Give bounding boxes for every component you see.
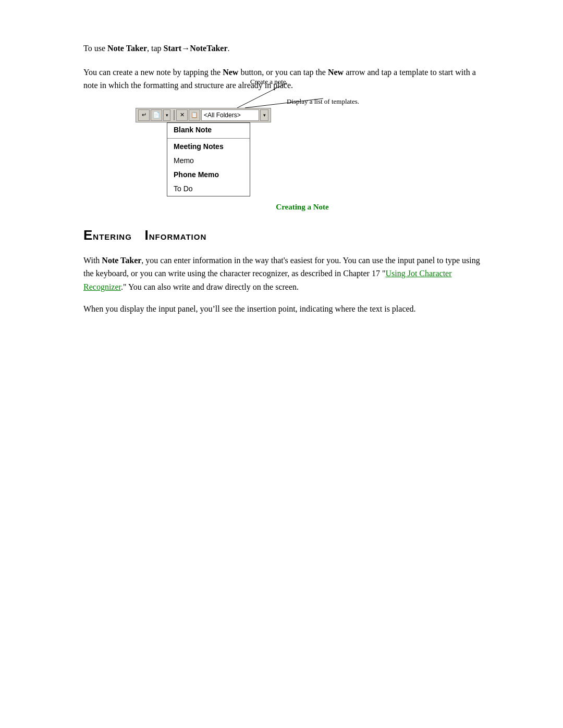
callout-display-templates: Display a list of templates. <box>287 97 359 106</box>
note-taker-bold-body: Note Taker <box>102 256 141 265</box>
section-heading: Entering Information <box>83 227 490 243</box>
start-bold: Start→NoteTaker <box>164 44 228 53</box>
menu-divider <box>167 138 250 139</box>
creating-note-caption: Creating a Note <box>115 203 490 212</box>
menu-item-meeting-notes[interactable]: Meeting Notes <box>167 140 250 154</box>
body-paragraph-1: With Note Taker, you can enter informati… <box>83 254 490 294</box>
heading-word-entering: Entering <box>83 227 132 243</box>
toolbar-separator-1 <box>174 110 175 120</box>
content-area: To use Note Taker, tap Start→NoteTaker. … <box>83 42 490 315</box>
menu-item-to-do[interactable]: To Do <box>167 182 250 196</box>
toolbar-btn-back[interactable]: ↵ <box>138 109 150 121</box>
intro-paragraph-1: To use Note Taker, tap Start→NoteTaker. <box>83 42 490 55</box>
note-taker-bold-1: Note Taker <box>107 44 147 53</box>
menu-item-memo[interactable]: Memo <box>167 154 250 168</box>
folder-label: <All Folders> <box>204 112 241 119</box>
diagram-wrapper: Create a note. Display a list of templat… <box>136 108 490 196</box>
new-bold-2: New <box>328 68 344 77</box>
menu-item-blank-note[interactable]: Blank Note <box>167 123 250 137</box>
body-paragraph-2: When you display the input panel, you’ll… <box>83 302 490 316</box>
dropdown-menu: Blank Note Meeting Notes Memo Phone Memo… <box>167 122 250 196</box>
toolbar-folder-select[interactable]: <All Folders> <box>201 109 259 121</box>
heading-word-information: Information <box>145 227 207 243</box>
toolbar-folder-arrow[interactable]: ▾ <box>260 109 268 121</box>
toolbar-btn-new-note[interactable]: 📄 <box>151 109 162 121</box>
menu-item-phone-memo[interactable]: Phone Memo <box>167 168 250 182</box>
jot-link[interactable]: Using Jot Character Recognizer <box>83 269 452 291</box>
callout-create-note: Create a note. <box>250 78 288 86</box>
toolbar-btn-new-dropdown[interactable]: ▾ <box>163 109 170 121</box>
toolbar: ↵ 📄 ▾ ✕ 📋 <All Folders> ▾ <box>136 108 271 122</box>
toolbar-btn-delete[interactable]: ✕ <box>176 109 188 121</box>
toolbar-btn-beam[interactable]: 📋 <box>189 109 200 121</box>
new-bold-1: New <box>223 68 238 77</box>
